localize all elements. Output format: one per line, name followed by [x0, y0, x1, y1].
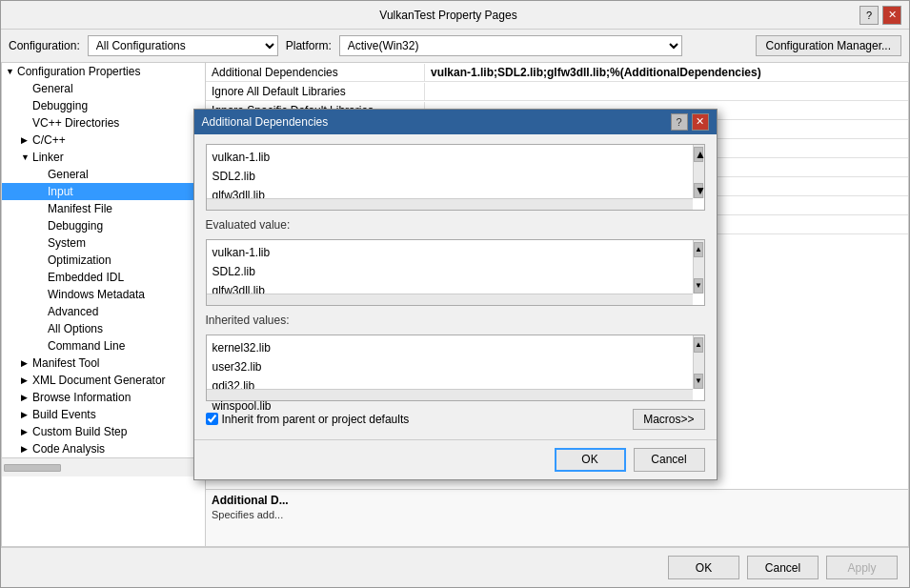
scrollbar-down-btn[interactable]: ▼ [694, 183, 703, 198]
eval-hscrollbar[interactable] [207, 294, 693, 305]
input-line-1: vulkan-1.lib [212, 148, 689, 167]
modal-content: vulkan-1.lib SDL2.lib glfw3dll.lib ▲ ▼ E… [194, 134, 717, 439]
scrollbar-up-btn[interactable]: ▲ [694, 242, 703, 257]
inherited-text: kernel32.lib user32.lib gdi32.lib winspo… [207, 335, 704, 419]
eval-vscrollbar[interactable]: ▲ ▼ [693, 240, 704, 294]
scrollbar-up-btn[interactable]: ▲ [694, 337, 703, 353]
scrollbar-down-btn[interactable]: ▼ [694, 374, 703, 389]
inh-hscrollbar[interactable] [207, 389, 693, 400]
evaluated-label: Evaluated value: [206, 218, 705, 232]
modal-help-button[interactable]: ? [671, 113, 688, 131]
inh-line-2: user32.lib [212, 357, 689, 376]
modal-title: Additional Dependencies [202, 115, 329, 129]
modal-input-container[interactable]: vulkan-1.lib SDL2.lib glfw3dll.lib ▲ ▼ [206, 144, 705, 211]
modal-title-controls: ? ✕ [671, 113, 709, 131]
modal-inherited-container: kernel32.lib user32.lib gdi32.lib winspo… [206, 335, 705, 401]
modal-overlay: Additional Dependencies ? ✕ vulkan-1.lib… [0, 0, 910, 588]
inh-line-1: kernel32.lib [212, 338, 689, 357]
scrollbar-up-btn[interactable]: ▲ [694, 147, 703, 162]
modal-title-bar: Additional Dependencies ? ✕ [194, 110, 717, 134]
modal-evaluated-container: vulkan-1.lib SDL2.lib glfw3dll.lib ▲ ▼ [206, 239, 705, 306]
modal-close-button[interactable]: ✕ [692, 113, 709, 131]
scrollbar-down-btn[interactable]: ▼ [694, 278, 703, 294]
inherited-label: Inherited values: [206, 314, 705, 327]
modal-bottom-buttons: OK Cancel [194, 439, 717, 479]
modal-ok-button[interactable]: OK [555, 448, 626, 472]
modal-vscrollbar[interactable]: ▲ ▼ [693, 145, 704, 198]
inh-vscrollbar[interactable]: ▲ ▼ [693, 335, 704, 389]
input-line-2: SDL2.lib [212, 167, 689, 186]
eval-line-1: vulkan-1.lib [212, 243, 689, 262]
modal-hscrollbar[interactable] [207, 198, 693, 210]
eval-line-2: SDL2.lib [212, 262, 689, 281]
modal-dialog: Additional Dependencies ? ✕ vulkan-1.lib… [193, 109, 718, 480]
modal-cancel-button[interactable]: Cancel [634, 448, 705, 472]
